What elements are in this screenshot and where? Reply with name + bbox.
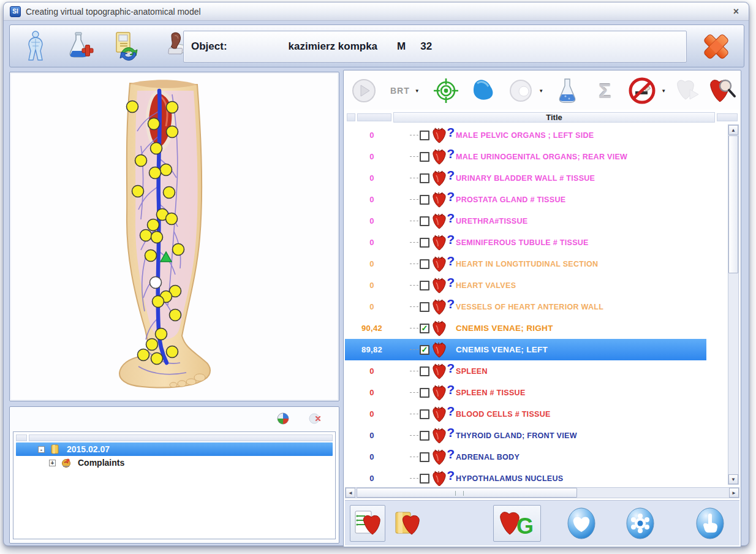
row-checkbox[interactable]: ✓ (420, 259, 429, 269)
table-row[interactable]: 0 ✓ ? PROSTATA GLAND # TISSUE (345, 189, 706, 210)
no-smoking-icon[interactable]: ▼ (624, 77, 670, 105)
row-checkbox[interactable]: ✓ (420, 302, 429, 312)
measure-point-marker[interactable] (151, 143, 162, 154)
vertical-scroll-thumb[interactable] (728, 135, 738, 273)
table-row[interactable]: 0 ✓ ? SPLEEN # TISSUE (345, 382, 706, 403)
heart-play-icon[interactable] (670, 78, 706, 103)
row-checkbox[interactable]: ✓ (420, 152, 429, 162)
play-icon[interactable] (345, 78, 384, 104)
measure-point-marker[interactable] (167, 102, 178, 113)
scroll-up-icon[interactable]: ▲ (728, 125, 738, 135)
tree-item-date[interactable]: - 2015.02.07 (16, 442, 333, 456)
row-checkbox[interactable]: ✓ (420, 452, 429, 462)
row-checkbox[interactable]: ✓ (420, 238, 429, 248)
row-checkbox[interactable]: ✓ (420, 409, 429, 419)
table-row[interactable]: 0 ✓ ? SEMINIFEROUS TUBULE # TISSUE (345, 232, 706, 253)
row-checkbox[interactable]: ✓ (420, 366, 429, 376)
title-column-header[interactable]: Title (393, 112, 715, 123)
row-checkbox[interactable]: ✓ (420, 431, 429, 441)
measure-point-marker[interactable] (138, 349, 149, 361)
disabled-sphere-delete-icon[interactable] (308, 412, 322, 425)
sigma-icon[interactable]: Σ (586, 79, 624, 103)
measure-point-marker[interactable] (167, 126, 178, 138)
blue-blob-icon[interactable] (466, 78, 502, 103)
row-checkbox[interactable]: ✓ (420, 388, 429, 398)
measure-point-marker[interactable] (127, 101, 138, 113)
orb-hand-button[interactable] (693, 505, 727, 542)
body-model-icon[interactable] (23, 30, 48, 62)
collapse-icon[interactable]: - (38, 446, 45, 453)
heart-folder-button[interactable] (390, 505, 426, 542)
table-row[interactable]: 0 ✓ ? BLOOD CELLS # TISSUE (345, 403, 706, 425)
scroll-down-icon[interactable]: ▼ (728, 474, 738, 484)
table-row[interactable]: 0 ✓ ? THYROID GLAND; FRONT VIEW (345, 425, 706, 446)
orb-gear-button[interactable] (623, 505, 657, 542)
vertical-scrollbar[interactable]: ▲ ▼ (728, 124, 739, 485)
flask-add-icon[interactable] (64, 30, 96, 62)
table-row[interactable]: 0 ✓ ? ADRENAL BODY (345, 446, 706, 468)
measure-point-marker[interactable] (166, 213, 178, 225)
brt-dropdown[interactable]: BRT ▼ (384, 86, 426, 96)
orb-heart-button[interactable] (564, 505, 599, 542)
measure-point-marker[interactable] (164, 187, 175, 199)
measure-point-marker[interactable] (151, 353, 163, 365)
scroll-left-icon[interactable]: ◄ (346, 488, 355, 498)
table-row[interactable]: 0 ✓ ? HEART VALVES (345, 275, 706, 296)
question-mark-icon: ? (447, 275, 455, 290)
measure-point-marker[interactable] (145, 250, 157, 262)
measure-point-marker[interactable] (132, 186, 144, 197)
measure-point-marker[interactable] (153, 296, 164, 308)
measure-point-marker[interactable] (135, 155, 147, 167)
inactive-point-marker[interactable] (150, 277, 162, 289)
object-field[interactable]: Object: kazimierz kompka M 32 (183, 31, 687, 63)
row-checkbox[interactable]: ✓ (420, 131, 429, 140)
history-tree[interactable]: - 2015.02.07 + (13, 431, 336, 539)
row-checkbox[interactable]: ✓ (420, 173, 429, 183)
horizontal-scroll-thumb[interactable] (357, 488, 577, 498)
heart-report-button[interactable] (350, 505, 385, 542)
bottom-button-bar: G (345, 500, 739, 545)
table-row[interactable]: 89,82 ✓ ? CNEMIS VENAE; LEFT (345, 339, 706, 360)
measure-point-marker[interactable] (140, 230, 152, 241)
row-checkbox[interactable]: ✓ (420, 474, 429, 484)
measure-point-marker[interactable] (167, 346, 178, 358)
table-row[interactable]: 90,42 ✓ ? CNEMIS VENAE; RIGHT (345, 317, 706, 339)
scroll-right-icon[interactable]: ► (729, 488, 739, 498)
expand-icon[interactable]: + (49, 460, 56, 466)
window-close-button[interactable]: × (730, 6, 743, 17)
table-row[interactable]: 0 ✓ ? MALE URINOGENITAL ORGANS; REAR VIE… (345, 146, 706, 167)
table-row[interactable]: 0 ✓ ? URETHRA#TISSUE (345, 210, 706, 232)
heart-icon (433, 471, 447, 487)
measure-point-marker[interactable] (148, 219, 159, 231)
measure-point-marker[interactable] (156, 328, 167, 340)
row-checkbox[interactable]: ✓ (420, 195, 429, 205)
row-checkbox[interactable]: ✓ (420, 216, 429, 226)
horizontal-scrollbar[interactable]: ◄ ► (345, 487, 739, 498)
flask-icon[interactable] (550, 77, 586, 104)
row-checkbox[interactable]: ✓ (420, 281, 429, 290)
measure-point-marker[interactable] (151, 232, 163, 243)
table-row[interactable]: 0 ✓ ? HEART IN LONGTITUDINAL SECTION (345, 253, 706, 275)
heart-search-icon[interactable] (706, 77, 739, 104)
table-row[interactable]: 0 ✓ ? VESSELS OF HEART ANTERIOR WALL (345, 296, 706, 317)
target-icon[interactable] (426, 77, 466, 104)
colored-sphere-icon[interactable] (276, 412, 290, 425)
measure-point-marker[interactable] (170, 309, 181, 321)
table-row[interactable]: 0 ✓ ? MALE PELVIC ORGANS ; LEFT SIDE (345, 124, 706, 146)
sphere-dropdown-icon[interactable]: ▼ (502, 78, 550, 104)
close-model-button[interactable] (700, 30, 733, 63)
row-checkbox[interactable]: ✓ (420, 324, 429, 333)
measure-point-marker[interactable] (146, 339, 158, 351)
anatomy-view-panel[interactable] (9, 72, 339, 401)
folder-sync-icon[interactable] (112, 30, 143, 62)
table-row[interactable]: 0 ✓ ? HYPOTHALAMUS NUCLEUS (345, 468, 706, 486)
table-row[interactable]: 0 ✓ ? URINARY BLADDER WALL # TISSUE (345, 167, 706, 189)
table-row[interactable]: 0 ✓ ? SPLEEN (345, 360, 706, 382)
measure-point-marker[interactable] (148, 118, 160, 130)
measure-point-marker[interactable] (161, 164, 172, 176)
row-checkbox[interactable]: ✓ (420, 345, 429, 355)
heart-g-button[interactable]: G (493, 505, 541, 542)
tree-item-complaints[interactable]: + Complaints (13, 456, 335, 469)
measure-point-marker[interactable] (173, 244, 184, 256)
measure-point-marker[interactable] (149, 167, 161, 179)
